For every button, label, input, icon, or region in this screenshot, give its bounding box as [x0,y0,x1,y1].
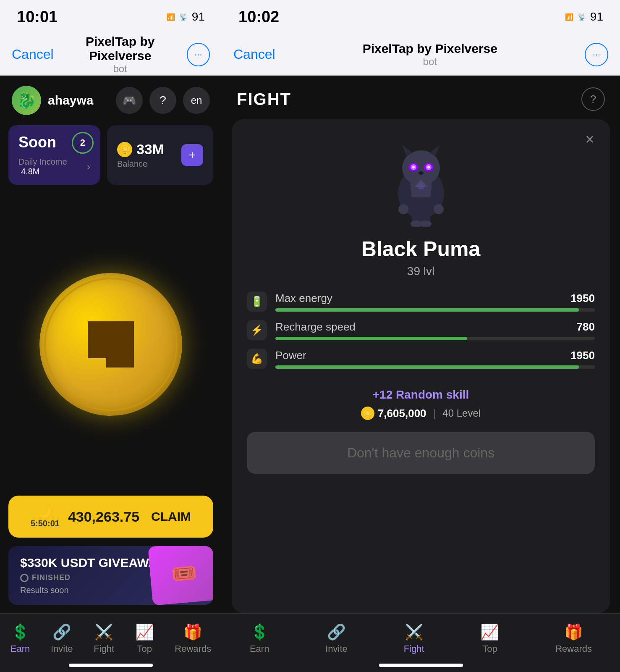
right-nav-item-fight[interactable]: ⚔️ Fight [404,623,424,654]
coin-balance: 🪙 33M [117,141,164,158]
home-indicator-right [379,664,463,667]
battery-left: 91 [192,10,205,24]
earn-icon: 💲 [11,623,30,641]
right-top-label: Top [482,643,497,654]
wallet-icon: 🎮 [123,94,136,107]
status-icons-left: 📶 📡 91 [167,10,205,24]
svg-point-39 [434,204,444,214]
language-label: en [191,94,202,106]
finished-dot [20,574,29,582]
browser-title-right: PixelTap by Pixelverse bot [363,42,497,68]
svg-rect-2 [97,331,106,340]
time-right: 10:02 [238,8,279,26]
skill-cost: 🪙 7,605,000 | 40 Level [247,407,595,420]
power-content: Power 1950 [275,349,595,369]
daily-income-label: Daily Income 4.8M [18,157,87,176]
max-energy-label: Max energy [275,292,332,305]
svg-point-33 [419,171,424,175]
signal-icon: 📶 [167,13,175,21]
big-coin[interactable] [39,273,182,416]
character-name: Black Puma [247,237,595,261]
battery-right: 91 [590,10,603,24]
invite-icon: 🔗 [52,623,71,641]
claim-amount: 430,263.75 [68,509,139,525]
right-nav-item-top[interactable]: 📈 Top [480,623,499,654]
action-button-label: Don't have enough coins [347,445,494,461]
giveaway-card[interactable]: $330K USDT GIVEAWAY FINISHED Results soo… [8,546,213,605]
cancel-button-left[interactable]: Cancel [12,47,54,62]
svg-rect-21 [115,358,125,368]
right-earn-label: Earn [250,643,269,654]
plus-button[interactable]: + [181,144,203,166]
claim-bar[interactable]: 🌙 5:50:01 430,263.75 CLAIM [8,496,213,538]
status-icons-right: 📶 📡 91 [565,10,603,24]
timer-text: 5:50:01 [31,519,60,528]
wallet-button[interactable]: 🎮 [116,87,143,114]
right-invite-label: Invite [325,643,348,654]
fight-icon: ⚔️ [94,623,113,641]
status-bar-right: 10:02 📶 📡 91 [222,0,620,34]
svg-rect-13 [97,321,106,331]
power-row: 💪 Power 1950 [247,349,595,369]
right-rewards-icon: 🎁 [564,623,583,641]
nav-item-top[interactable]: 📈 Top [135,623,154,654]
power-fill [275,365,579,369]
daily-income-row: Daily Income 4.8M › [18,157,90,176]
max-energy-row: 🔋 Max energy 1950 [247,291,595,312]
right-panel: 10:02 📶 📡 91 Cancel PixelTap by Pixelver… [222,0,620,672]
browser-toolbar-left: Cancel PixelTap by Pixelverse bot ··· [0,34,222,76]
giveaway-visual: 🎟️ [148,546,213,605]
browser-title-left: PixelTap by Pixelverse bot [54,34,187,75]
status-bar-left: 10:01 📶 📡 91 [0,0,222,34]
question-icon: ? [160,94,166,107]
right-nav-item-invite[interactable]: 🔗 Invite [325,623,348,654]
svg-point-31 [412,166,415,168]
language-button[interactable]: en [183,87,210,114]
bot-label-left: bot [54,63,187,75]
recharge-speed-row: ⚡ Recharge speed 780 [247,320,595,340]
nav-item-rewards[interactable]: 🎁 Rewards [175,623,211,654]
bottom-nav-left: 💲 Earn 🔗 Invite ⚔️ Fight 📈 Top 🎁 Rewards [0,613,222,672]
right-earn-icon: 💲 [250,623,269,641]
action-button[interactable]: Don't have enough coins [247,432,595,474]
level-badge: 2 [72,132,94,154]
svg-rect-17 [125,331,134,340]
skill-reward: +12 Random skill 🪙 7,605,000 | 40 Level [247,388,595,420]
cancel-button-right[interactable]: Cancel [233,47,275,62]
max-energy-header: Max energy 1950 [275,292,595,305]
right-rewards-label: Rewards [555,643,592,654]
app-content-left: 🐉 ahaywa 🎮 ? en Soon Daily Income 4.8M [0,76,222,672]
level-card: Soon Daily Income 4.8M › 2 [8,125,100,185]
help-button-right[interactable]: ? [581,87,605,111]
recharge-speed-track [275,337,595,340]
top-icon: 📈 [135,623,154,641]
results-text: Results soon [20,585,165,595]
right-nav-item-rewards[interactable]: 🎁 Rewards [555,623,592,654]
skill-coins: 🪙 7,605,000 [361,407,426,420]
right-nav-item-earn[interactable]: 💲 Earn [250,623,269,654]
fight-title: FIGHT [237,90,291,109]
power-header: Power 1950 [275,349,595,362]
nav-item-invite[interactable]: 🔗 Invite [51,623,73,654]
help-button[interactable]: ? [149,87,176,114]
recharge-speed-header: Recharge speed 780 [275,320,595,333]
max-energy-value: 1950 [570,292,595,305]
nav-item-fight[interactable]: ⚔️ Fight [94,623,114,654]
fight-header: FIGHT ? [222,76,620,119]
fight-label: Fight [94,643,114,654]
svg-rect-8 [97,349,106,358]
svg-point-38 [398,204,408,214]
power-label: Power [275,349,306,362]
separator: | [433,407,436,420]
right-fight-label: Fight [404,643,424,654]
nav-item-earn[interactable]: 💲 Earn [10,623,30,654]
svg-rect-6 [115,349,125,358]
svg-rect-22 [106,358,115,368]
close-button[interactable]: × [580,129,600,150]
more-button-left[interactable]: ··· [187,43,210,66]
more-button-right[interactable]: ··· [585,43,608,66]
username: ahaywa [48,93,109,108]
svg-marker-26 [429,145,440,155]
max-energy-track [275,308,595,312]
coin-display-area[interactable] [0,193,222,496]
